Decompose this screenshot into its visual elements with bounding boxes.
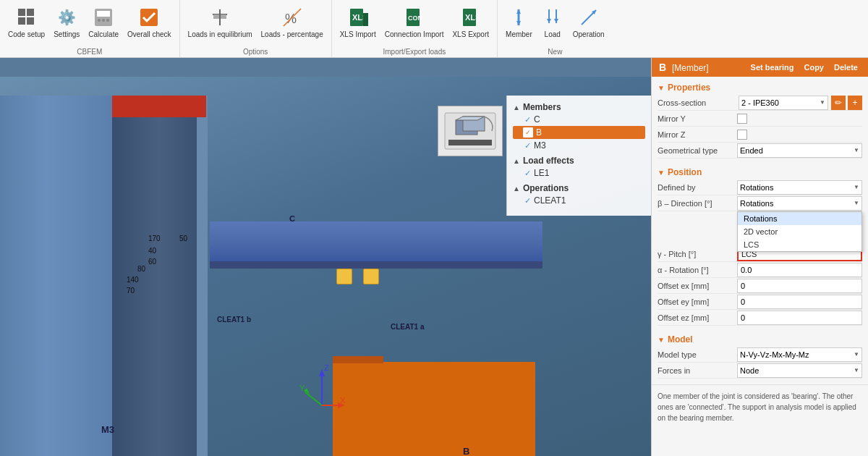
svg-marker-18 bbox=[363, 13, 368, 26]
svg-text:XLS: XLS bbox=[465, 13, 480, 22]
settings-icon: ⚙️ bbox=[55, 6, 78, 29]
copy-button[interactable]: Copy bbox=[801, 62, 827, 72]
tree-operations-header[interactable]: ▲ Operations bbox=[513, 182, 645, 194]
mirror-y-input bbox=[737, 114, 862, 124]
tree-item-c[interactable]: ✓ C bbox=[513, 113, 645, 126]
svg-marker-27 bbox=[547, 19, 551, 23]
mirror-z-input bbox=[737, 130, 862, 140]
xls-export-button[interactable]: XLS XLS Export bbox=[448, 3, 493, 42]
model-type-select[interactable]: N-Vy-Vz-Mx-My-Mz bbox=[737, 347, 862, 362]
load-button[interactable]: Load bbox=[537, 3, 568, 42]
mirror-z-checkbox[interactable] bbox=[737, 130, 747, 140]
defined-by-select[interactable]: Rotations 2D vector LCS bbox=[737, 180, 862, 195]
tree-section-members: ▲ Members ✓ C ✓ B ✓ M3 bbox=[513, 101, 645, 152]
new-group-title: New bbox=[548, 46, 562, 56]
tree-item-le1[interactable]: ✓ LE1 bbox=[513, 166, 645, 180]
mirror-y-row: Mirror Y bbox=[658, 111, 862, 127]
xls-import-button[interactable]: XLS XLS Import bbox=[336, 3, 380, 42]
svg-rect-1 bbox=[27, 9, 34, 16]
3d-viewport[interactable]: 170 50 40 60 80 140 70 C M3 B CLEAT1 a C… bbox=[0, 77, 651, 456]
operations-arrow-icon: ▲ bbox=[513, 185, 520, 193]
forces-in-select[interactable]: Node bbox=[737, 363, 862, 378]
svg-rect-5 bbox=[97, 11, 110, 17]
cross-section-add-button[interactable]: + bbox=[848, 96, 862, 110]
member-button[interactable]: Member bbox=[502, 3, 536, 42]
delete-button[interactable]: Delete bbox=[831, 62, 861, 72]
loads-percentage-button[interactable]: % Loads - percentage bbox=[258, 3, 327, 42]
loads-percentage-icon: % bbox=[281, 6, 304, 29]
label-cleat1a: CLEAT1 a bbox=[391, 323, 425, 331]
label-b: B bbox=[463, 446, 469, 456]
calculate-label: Calculate bbox=[88, 30, 119, 39]
tree-panel: ▲ Members ✓ C ✓ B ✓ M3 ▲ bbox=[506, 96, 651, 216]
mirror-y-label: Mirror Y bbox=[658, 114, 737, 123]
tree-item-b[interactable]: ✓ B bbox=[513, 126, 645, 139]
cleat-bottom-1 bbox=[336, 269, 352, 284]
loads-equilibrium-button[interactable]: Loads in equilibrium bbox=[184, 3, 256, 42]
dropdown-rotations-item[interactable]: Rotations bbox=[738, 212, 861, 225]
svg-point-7 bbox=[102, 19, 105, 22]
offset-ey-field[interactable] bbox=[737, 295, 862, 309]
loads-equilibrium-label: Loads in equilibrium bbox=[188, 30, 252, 39]
overall-check-button[interactable]: Overall check bbox=[124, 3, 175, 42]
model-arrow-icon: ▼ bbox=[658, 336, 665, 344]
cross-section-edit-button[interactable]: ✏ bbox=[831, 96, 846, 110]
column-center-face bbox=[197, 96, 208, 456]
toolbar: Code setup ⚙️ Settings Calculate Overall… bbox=[0, 0, 868, 58]
offset-ex-field[interactable] bbox=[737, 279, 862, 293]
operation-button[interactable]: Operation bbox=[569, 3, 608, 42]
operation-label: Operation bbox=[573, 30, 605, 39]
code-setup-button[interactable]: Code setup bbox=[4, 3, 48, 42]
properties-title-label: Properties bbox=[668, 83, 710, 93]
column-left bbox=[0, 96, 116, 456]
cross-section-select[interactable]: 2 - IPE360 bbox=[739, 96, 828, 110]
svg-marker-29 bbox=[554, 19, 558, 23]
toolbar-group-options: Loads in equilibrium % Loads - percentag… bbox=[180, 0, 332, 57]
geometrical-type-select[interactable]: Ended bbox=[737, 143, 862, 158]
svg-text:Y: Y bbox=[299, 384, 305, 392]
svg-rect-45 bbox=[448, 140, 492, 145]
offset-ez-label: Offset ez [mm] bbox=[658, 313, 737, 322]
svg-rect-2 bbox=[18, 17, 25, 25]
orange-box-icon-b: ✓ bbox=[523, 127, 533, 138]
connection-import-button[interactable]: CON Connection Import bbox=[381, 3, 448, 42]
tree-load-effects-header[interactable]: ▲ Load effects bbox=[513, 155, 645, 166]
tree-members-header[interactable]: ▲ Members bbox=[513, 101, 645, 113]
geometrical-type-label: Geometrical type bbox=[658, 146, 737, 155]
tree-item-m3[interactable]: ✓ M3 bbox=[513, 139, 645, 152]
svg-marker-24 bbox=[516, 9, 521, 14]
xls-export-icon: XLS bbox=[459, 6, 482, 29]
properties-section-title: ▼ Properties bbox=[658, 80, 862, 95]
panel-header-actions: Set bearing Copy Delete bbox=[748, 62, 861, 72]
mirror-y-checkbox[interactable] bbox=[737, 114, 747, 124]
forces-in-select-wrap: Node bbox=[737, 363, 862, 378]
label-cleat1b: CLEAT1 b bbox=[217, 316, 251, 324]
tree-item-cleat1[interactable]: ✓ CLEAT1 bbox=[513, 194, 645, 207]
gamma-pitch-label: γ - Pitch [°] bbox=[658, 250, 737, 258]
horizontal-beam bbox=[210, 221, 542, 261]
position-title-label: Position bbox=[668, 167, 702, 177]
tree-item-le1-label: LE1 bbox=[534, 168, 549, 178]
check-icon-m3: ✓ bbox=[524, 141, 531, 151]
svg-rect-13 bbox=[221, 14, 226, 19]
right-panel: B [Member] Set bearing Copy Delete ▼ Pro… bbox=[651, 58, 868, 456]
properties-arrow-icon: ▼ bbox=[658, 84, 665, 92]
settings-button[interactable]: ⚙️ Settings bbox=[50, 3, 83, 42]
load-icon bbox=[541, 6, 564, 29]
calculate-button[interactable]: Calculate bbox=[85, 3, 122, 42]
dropdown-2dvector-item[interactable]: 2D vector bbox=[738, 225, 861, 238]
geometrical-type-row: Geometrical type Ended bbox=[658, 143, 862, 159]
set-bearing-button[interactable]: Set bearing bbox=[748, 62, 797, 72]
alpha-rotation-field[interactable] bbox=[737, 263, 862, 277]
offset-ez-field[interactable] bbox=[737, 311, 862, 325]
dropdown-lcs-item-beta[interactable]: LCS bbox=[738, 238, 861, 251]
alpha-rotation-label: α - Rotation [°] bbox=[658, 266, 737, 274]
check-icon-le1: ✓ bbox=[524, 169, 531, 178]
toolbar-items-options: Loads in equilibrium % Loads - percentag… bbox=[184, 3, 327, 46]
axis-indicator: Z Y X bbox=[297, 362, 347, 413]
cbfem-group-title: CBFEM bbox=[77, 46, 102, 56]
tree-section-operations: ▲ Operations ✓ CLEAT1 bbox=[513, 182, 645, 207]
panel-member-id: B [Member] bbox=[659, 62, 709, 73]
beta-direction-select[interactable]: Rotations 2D vector LCS bbox=[737, 196, 862, 211]
check-icon-cleat1: ✓ bbox=[524, 196, 531, 206]
